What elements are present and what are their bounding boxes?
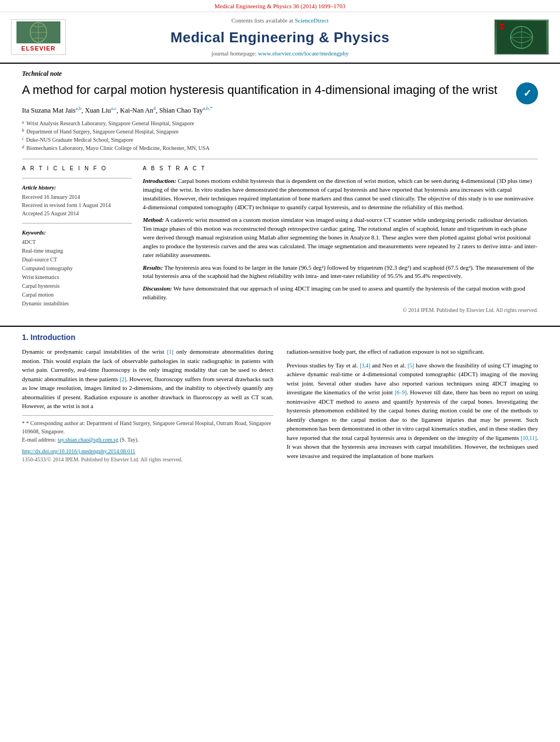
intro-para-2: radiation-sensitive body part, the effec… bbox=[287, 347, 538, 356]
article-info-header: A R T I C L E I N F O bbox=[22, 165, 132, 172]
keyword-dynamic: Dynamic instabilities bbox=[22, 299, 132, 308]
author-4: Shian Chao Tay bbox=[159, 107, 203, 114]
top-banner: Medical Engineering & Physics 36 (2014) … bbox=[0, 0, 560, 12]
keyword-dual: Dual-source CT bbox=[22, 255, 132, 264]
keyword-realtime: Real-time imaging bbox=[22, 247, 132, 255]
footnote-corresponding: * * Corresponding author at: Department … bbox=[22, 419, 273, 436]
abstract-method-text: A cadaveric wrist mounted on a custom mo… bbox=[143, 216, 537, 258]
abstract-header: A B S T R A C T bbox=[143, 165, 538, 173]
issn-line: 1350-4533/© 2014 IPEM. Published by Else… bbox=[22, 455, 273, 464]
technical-note-label: Technical note bbox=[22, 69, 538, 79]
author-2: Xuan Liu bbox=[85, 107, 111, 114]
article-history-block: Article history: Received 16 January 201… bbox=[22, 184, 132, 217]
abstract-results-label: Results: bbox=[143, 264, 163, 271]
crossmark-badge: ✓ bbox=[516, 82, 538, 104]
intro-para-1: Dynamic or predynamic carpal instabiliti… bbox=[22, 347, 273, 411]
ref-2: [2] bbox=[120, 376, 126, 382]
affil-b: b Department of Hand Surgery, Singapore … bbox=[22, 127, 538, 136]
body-left: Dynamic or predynamic carpal instabiliti… bbox=[22, 347, 273, 465]
paper-body: Technical note A method for carpal motio… bbox=[0, 64, 560, 326]
footnote-star: * bbox=[22, 420, 26, 426]
body-right: radiation-sensitive body part, the effec… bbox=[287, 347, 538, 465]
header-area: ELSEVIER Contents lists available at Sci… bbox=[0, 12, 560, 63]
abstract-results-text: The hysteresis area was found to be larg… bbox=[143, 264, 534, 280]
copyright-line: © 2014 IPEM. Published by Elsevier Ltd. … bbox=[143, 306, 538, 315]
abstract-results: Results: The hysteresis area was found t… bbox=[143, 264, 538, 281]
sciencedirect-link[interactable]: ScienceDirect bbox=[295, 17, 329, 24]
contents-line: Contents lists available at ScienceDirec… bbox=[66, 16, 494, 25]
footnote-email-line: E-mail address: tay.shian.chao@sgh.com.s… bbox=[22, 436, 273, 444]
article-info-col: A R T I C L E I N F O Article history: R… bbox=[22, 165, 132, 315]
affil-d: d Biomechanics Laboratory, Mayo Clinic C… bbox=[22, 144, 538, 152]
keywords-title: Keywords: bbox=[22, 229, 132, 237]
svg-rect-9 bbox=[500, 27, 504, 29]
abstract-intro-text: Carpal bones motions exhibit hysteresis … bbox=[143, 177, 534, 210]
paper-title: A method for carpal motion hysteresis qu… bbox=[22, 82, 497, 98]
abstract-intro-label: Introduction: bbox=[143, 177, 176, 184]
main-content: 1. Introduction Dynamic or predynamic ca… bbox=[0, 326, 560, 476]
header-center: Contents lists available at ScienceDirec… bbox=[66, 16, 494, 58]
divider-1 bbox=[22, 159, 538, 159]
intro-para-2-text: radiation-sensitive body part, the effec… bbox=[287, 348, 484, 355]
title-row: A method for carpal motion hysteresis qu… bbox=[22, 82, 538, 105]
keyword-carpal-hyst: Carpal hysteresis bbox=[22, 282, 132, 291]
keywords-list: 4DCT Real-time imaging Dual-source CT Co… bbox=[22, 238, 132, 308]
ref-69: [6–9] bbox=[395, 389, 407, 395]
journal-title: Medical Engineering & Physics bbox=[66, 27, 494, 47]
keyword-wrist: Wrist kinematics bbox=[22, 273, 132, 282]
footnote-email-person: (S. Tay). bbox=[120, 437, 138, 443]
section1-title: 1. Introduction bbox=[22, 332, 538, 343]
abstract-discussion: Discussion: We have demonstrated that ou… bbox=[143, 284, 538, 302]
abstract-col: A B S T R A C T Introduction: Carpal bon… bbox=[143, 165, 538, 315]
contents-label: Contents lists available at bbox=[231, 17, 293, 24]
keyword-ct: Computed tomography bbox=[22, 264, 132, 273]
footnote-email-link[interactable]: tay.shian.chao@sgh.com.sg bbox=[58, 437, 119, 443]
doi-link[interactable]: http://dx.doi.org/10.1016/j.medengphy.20… bbox=[22, 448, 135, 454]
ref-1011: [10,11] bbox=[520, 435, 536, 441]
homepage-label: journal homepage: bbox=[211, 50, 256, 57]
keyword-carpal-motion: Carpal motion bbox=[22, 291, 132, 299]
doi-line: http://dx.doi.org/10.1016/j.medengphy.20… bbox=[22, 447, 273, 455]
article-info-abstract: A R T I C L E I N F O Article history: R… bbox=[22, 165, 538, 315]
abstract-intro: Introduction: Carpal bones motions exhib… bbox=[143, 177, 538, 212]
ref-34: [3,4] bbox=[360, 362, 370, 369]
affil-c: c Duke-NUS Graduate Medical School, Sing… bbox=[22, 136, 538, 144]
author-1: Ita Suzana Mat Jais bbox=[22, 107, 76, 114]
footnote-area: * * Corresponding author at: Department … bbox=[22, 415, 273, 444]
homepage-link[interactable]: www.elsevier.com/locate/medengphy bbox=[258, 50, 349, 57]
footnote-email-label: E-mail address: bbox=[22, 437, 56, 443]
abstract-discussion-label: Discussion: bbox=[143, 285, 172, 292]
elsevier-logo: ELSEVIER bbox=[11, 19, 66, 55]
banner-text: Medical Engineering & Physics 36 (2014) … bbox=[215, 3, 345, 9]
journal-cover-image bbox=[494, 19, 549, 55]
abstract-method-label: Method: bbox=[143, 216, 164, 223]
elsevier-image bbox=[16, 21, 60, 43]
ref-5: [5] bbox=[407, 362, 414, 369]
received-text: Received 16 January 2014 bbox=[22, 193, 132, 201]
affiliations: a Wrist Analysis Research Laboratory, Si… bbox=[22, 119, 538, 152]
abstract-method: Method: A cadaveric wrist mounted on a c… bbox=[143, 216, 538, 260]
keywords-block: Keywords: 4DCT Real-time imaging Dual-so… bbox=[22, 229, 132, 308]
elsevier-text: ELSEVIER bbox=[21, 44, 55, 53]
affil-a: a Wrist Analysis Research Laboratory, Si… bbox=[22, 119, 538, 127]
journal-homepage: journal homepage: www.elsevier.com/locat… bbox=[66, 49, 494, 58]
intro-para-3: Previous studies by Tay et al. [3,4] and… bbox=[287, 361, 538, 461]
ref-1: [1] bbox=[167, 349, 173, 355]
article-history-title: Article history: bbox=[22, 184, 132, 192]
body-two-col: Dynamic or predynamic carpal instabiliti… bbox=[22, 347, 538, 465]
accepted-text: Accepted 25 August 2014 bbox=[22, 209, 132, 217]
divider-info bbox=[22, 178, 132, 178]
divider-keywords bbox=[22, 223, 132, 224]
keyword-4dct: 4DCT bbox=[22, 238, 132, 247]
svg-rect-8 bbox=[500, 24, 504, 26]
abstract-discussion-text: We have demonstrated that our approach o… bbox=[143, 285, 525, 300]
author-3: Kai-Nan An bbox=[120, 107, 154, 114]
received-revised-text: Received in revised form 1 August 2014 bbox=[22, 201, 132, 209]
footnote-text: * Corresponding author at: Department of… bbox=[22, 420, 271, 434]
authors-line: Ita Suzana Mat Jaisa,b, Xuan Liua,c, Kai… bbox=[22, 105, 538, 116]
